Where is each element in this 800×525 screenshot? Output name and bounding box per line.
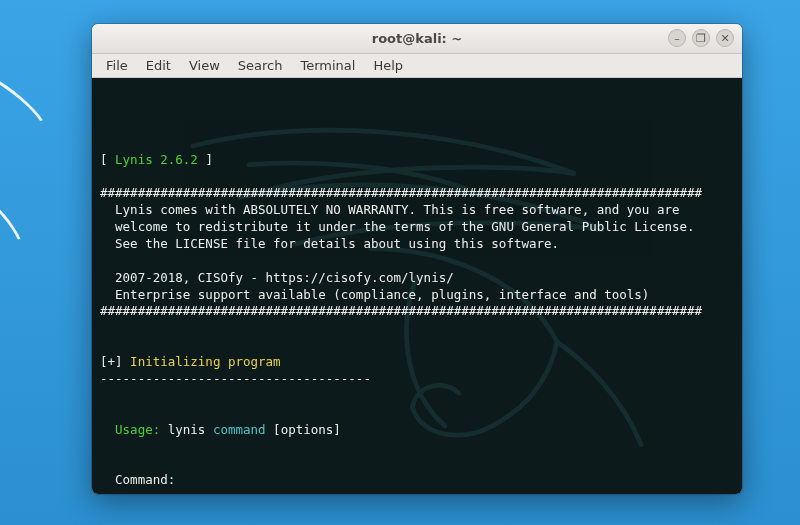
terminal-content: [ Lynis 2.6.2 ] ########################… bbox=[100, 135, 740, 494]
menu-edit[interactable]: Edit bbox=[138, 56, 179, 75]
hash-separator: ########################################… bbox=[100, 185, 702, 200]
usage-prog: lynis bbox=[160, 422, 213, 437]
menu-view[interactable]: View bbox=[181, 56, 228, 75]
lynis-header-open: [ bbox=[100, 152, 115, 167]
init-text: Initializing program bbox=[130, 354, 281, 369]
enterprise-line: Enterprise support available (compliance… bbox=[100, 287, 649, 302]
command-heading: Command: bbox=[115, 472, 175, 487]
window-buttons: – ❐ ✕ bbox=[668, 29, 734, 47]
usage-options: [options] bbox=[266, 422, 341, 437]
menu-terminal[interactable]: Terminal bbox=[292, 56, 363, 75]
dash-separator: ------------------------------------ bbox=[100, 371, 371, 386]
lynis-header-name: Lynis 2.6.2 bbox=[115, 152, 198, 167]
warranty-line: welcome to redistribute it under the ter… bbox=[100, 219, 695, 234]
minimize-button[interactable]: – bbox=[668, 29, 686, 47]
menu-file[interactable]: File bbox=[98, 56, 136, 75]
close-button[interactable]: ✕ bbox=[716, 29, 734, 47]
warranty-line: Lynis comes with ABSOLUTELY NO WARRANTY.… bbox=[100, 202, 679, 217]
terminal-viewport[interactable]: [ Lynis 2.6.2 ] ########################… bbox=[92, 78, 742, 494]
menubar: File Edit View Search Terminal Help bbox=[92, 54, 742, 78]
menu-help[interactable]: Help bbox=[365, 56, 411, 75]
window-title: root@kali: ~ bbox=[372, 31, 462, 46]
titlebar[interactable]: root@kali: ~ – ❐ ✕ bbox=[92, 24, 742, 54]
lynis-header-close: ] bbox=[198, 152, 213, 167]
usage-label: Usage: bbox=[115, 422, 160, 437]
menu-search[interactable]: Search bbox=[230, 56, 291, 75]
copyright-line: 2007-2018, CISOfy - https://cisofy.com/l… bbox=[100, 270, 454, 285]
usage-command: command bbox=[213, 422, 266, 437]
hash-separator: ########################################… bbox=[100, 303, 702, 318]
warranty-line: See the LICENSE file for details about u… bbox=[100, 236, 559, 251]
maximize-button[interactable]: ❐ bbox=[692, 29, 710, 47]
terminal-window: root@kali: ~ – ❐ ✕ File Edit View Search… bbox=[92, 24, 742, 494]
init-marker: [+] bbox=[100, 354, 130, 369]
